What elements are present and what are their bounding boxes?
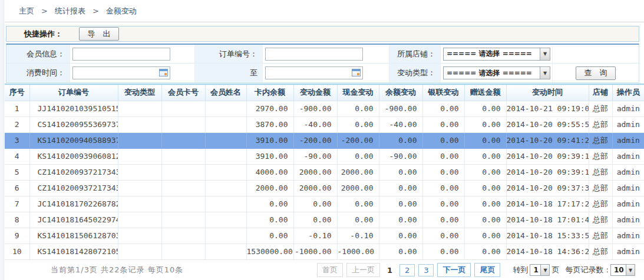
last-page-button[interactable]: 尾页	[474, 263, 500, 277]
cell-gift-amount: 0.00	[464, 101, 506, 116]
cell-cash-change: -1000.00	[337, 244, 379, 259]
column-header-change-type: 变动类型	[118, 84, 161, 101]
pager: 首页 上一页 123 下一页 尾页	[315, 263, 503, 277]
cell-member-name	[205, 180, 246, 196]
cell-balance-change: 0.00	[379, 164, 422, 180]
change-type-label: 变动类型：	[389, 64, 441, 82]
table-row[interactable]: 5CZ14102009372173434000.002000.002000.00…	[5, 164, 644, 180]
table-row[interactable]: 1JJ14102010395105152970.00-900.000.00-90…	[5, 101, 644, 116]
table-row[interactable]: 4KS14102009390608123910.00-90.000.00-90.…	[5, 148, 644, 164]
cell-balance-change: -40.00	[379, 116, 422, 132]
cell-store: 总部	[589, 196, 612, 212]
table-row[interactable]: 8JC14101816450229740.000.000.000.000.000…	[5, 212, 644, 228]
current-page-indicator[interactable]: 1	[384, 264, 396, 276]
cell-balance-change: 0.00	[379, 196, 422, 212]
table-row[interactable]: 3KS14102009405889373910.00-200.00-200.00…	[5, 132, 644, 148]
cell-unionpay-change: 0.00	[422, 164, 464, 180]
cell-change-type	[118, 244, 161, 259]
prev-page-button[interactable]: 上一页	[346, 263, 380, 277]
next-page-button[interactable]: 下一页	[437, 263, 471, 277]
goto-page-select-value: 1	[530, 265, 540, 275]
change-type-select[interactable]: ===== 请选择 ===== ▼	[443, 66, 550, 79]
breadcrumb-separator: >	[41, 6, 48, 15]
cell-row-index: 9	[5, 228, 29, 244]
table-row[interactable]: 7JC14101817022687820.000.000.000.000.000…	[5, 196, 644, 212]
page-link-3[interactable]: 3	[418, 264, 434, 276]
cell-member-card-number	[161, 101, 205, 116]
cell-store: 总部	[589, 164, 612, 180]
store-cell: ===== 请选择 ===== ▼	[441, 45, 553, 63]
cell-member-name	[205, 116, 246, 132]
cell-member-name	[205, 164, 246, 180]
consume-time-from-input[interactable]	[72, 66, 170, 79]
cell-member-name	[205, 132, 246, 148]
cell-change-amount: 0.00	[293, 196, 337, 212]
calendar-icon[interactable]	[159, 69, 168, 76]
cell-card-balance: 3910.00	[246, 148, 293, 164]
breadcrumb-home[interactable]: 主页	[19, 6, 34, 16]
cell-change-amount: -200.00	[293, 132, 337, 148]
breadcrumb-reports[interactable]: 统计报表	[55, 6, 85, 16]
per-page-label: 每页记录数 :	[565, 265, 609, 275]
cell-balance-change: 0.00	[379, 132, 422, 148]
page-container: 主页 > 统计报表 > 金额变动 快捷操作： 导 出 会员信息： 订单编号： 所…	[5, 0, 644, 280]
column-header-operator: 操作员	[612, 84, 644, 101]
page-link-2[interactable]: 2	[399, 264, 415, 276]
per-page-select-value: 10	[611, 265, 626, 275]
cell-balance-change: 0.00	[379, 212, 422, 228]
cell-store: 总部	[589, 101, 612, 116]
cell-card-balance: 0.00	[246, 212, 293, 228]
cell-balance-change: 0.00	[379, 180, 422, 196]
consume-time-to-input[interactable]	[265, 66, 363, 79]
cell-unionpay-change: 0.00	[422, 101, 464, 116]
cell-change-type	[118, 132, 161, 148]
cell-gift-amount: 0.00	[464, 132, 506, 148]
cell-gift-amount: 0.00	[464, 244, 506, 259]
goto-label: 转到	[513, 265, 528, 275]
cell-member-card-number	[161, 164, 205, 180]
change-type-cell: ===== 请选择 ===== ▼	[441, 64, 553, 82]
cell-card-balance: 4000.00	[246, 164, 293, 180]
cell-cash-change: 2000.00	[337, 180, 379, 196]
table-row[interactable]: 6CZ14102009372173432000.002000.002000.00…	[5, 180, 644, 196]
cell-cash-change: 0.00	[337, 196, 379, 212]
cell-operator: admin	[612, 228, 644, 244]
cell-change-time: 2014-10-18 14:36:26	[506, 244, 589, 259]
member-info-input[interactable]	[72, 48, 170, 61]
calendar-icon[interactable]	[352, 69, 361, 76]
cell-change-amount: -0.10	[293, 228, 337, 244]
order-no-input[interactable]	[265, 48, 363, 61]
cell-store: 总部	[589, 132, 612, 148]
cell-gift-amount: 0.00	[464, 116, 506, 132]
cell-unionpay-change: 0.00	[422, 228, 464, 244]
cell-change-type	[118, 196, 161, 212]
cell-order-number: JJ1410201039510515	[29, 101, 118, 116]
first-page-button[interactable]: 首页	[317, 263, 343, 277]
cell-unionpay-change: 0.00	[422, 212, 464, 228]
cell-change-type	[118, 180, 161, 196]
table-row[interactable]: 10KS14101814280721051530000.00-1000.00-1…	[5, 244, 644, 259]
goto-page-select[interactable]: 1 ▼	[530, 264, 550, 276]
cell-gift-amount: 0.00	[464, 196, 506, 212]
cell-operator: admin	[612, 244, 644, 259]
search-button[interactable]: 查 询	[576, 66, 616, 80]
chevron-down-icon: ▼	[540, 265, 549, 275]
cell-store: 总部	[589, 180, 612, 196]
cell-change-amount: -40.00	[293, 116, 337, 132]
cell-order-number: KS1410200940588937	[29, 132, 118, 148]
cell-card-balance: 3910.00	[246, 132, 293, 148]
column-header-change-amount: 变动金额	[293, 84, 337, 101]
to-label: 至	[195, 64, 263, 82]
column-header-order-number: 订单编号	[29, 84, 118, 101]
per-page-select[interactable]: 10 ▼	[610, 264, 635, 276]
filter-row-2: 消费时间： 至 变动类型： ===== 请选择 ===== ▼	[6, 64, 639, 82]
store-select[interactable]: ===== 请选择 ===== ▼	[443, 48, 550, 61]
filter-row-1: 会员信息： 订单编号： 所属店铺： ===== 请选择 ===== ▼	[6, 45, 639, 64]
table-row[interactable]: 9KS14101815061287030.00-0.10-0.100.000.0…	[5, 228, 644, 244]
breadcrumb-current-page: 金额变动	[106, 6, 137, 16]
table-row[interactable]: 2CS14102009553697373870.00-40.000.00-40.…	[5, 116, 644, 132]
cell-balance-change: -90.00	[379, 148, 422, 164]
export-button[interactable]: 导 出	[79, 27, 119, 41]
cell-member-name	[205, 228, 246, 244]
cell-row-index: 2	[5, 116, 29, 132]
